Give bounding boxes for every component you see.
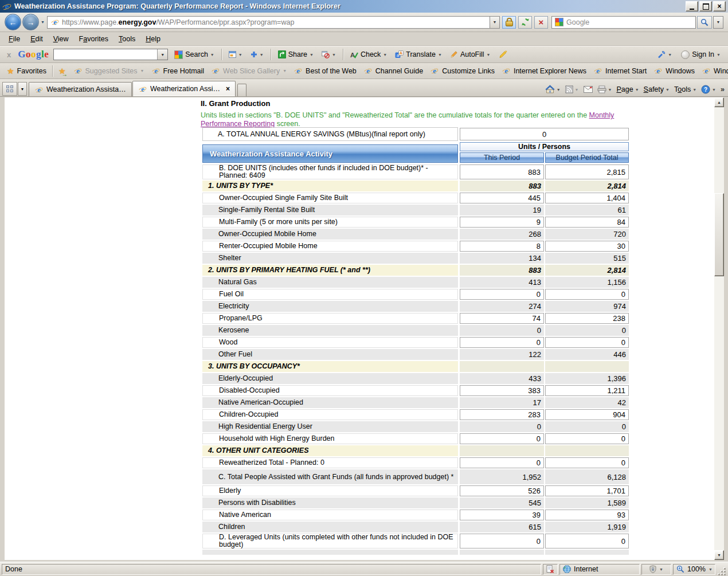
menu-help[interactable]: Help (140, 33, 166, 45)
quick-tabs-button[interactable] (2, 82, 17, 96)
value-budget-period-total[interactable]: 1,701 (545, 485, 629, 496)
resize-grip[interactable] (717, 567, 726, 576)
value-this-period: 883 (460, 265, 544, 276)
value-this-period[interactable]: 9 (460, 217, 544, 228)
popup-blocker-button[interactable]: ▼ (319, 49, 339, 60)
security-lock-button[interactable] (502, 16, 516, 29)
home-button[interactable]: ▼ (545, 85, 561, 94)
menu-view[interactable]: View (48, 33, 74, 45)
tab-list-dropdown[interactable]: ▼ (18, 82, 27, 96)
table-row: Electricity274974 (202, 301, 629, 312)
value-budget-period-total[interactable]: 238 (545, 313, 629, 324)
favorites-link[interactable]: eSuggested Sites▼ (70, 65, 148, 77)
value-budget-period-total[interactable]: 2,815 (545, 164, 629, 179)
back-button[interactable]: ← (5, 14, 21, 30)
value-budget-period-total[interactable]: 1,404 (545, 193, 629, 203)
value-this-period[interactable]: 0 (460, 337, 544, 348)
close-tab-icon[interactable]: × (226, 85, 230, 93)
tab-inactive[interactable]: eWeatherization Assistance P... (29, 82, 132, 96)
favorites-link[interactable]: eChannel Guide (360, 65, 426, 77)
search-go-button[interactable] (697, 16, 712, 29)
url-field[interactable]: e https://www.page.energy.gov/WAP/Perfor… (47, 16, 490, 29)
close-button[interactable]: × (713, 1, 726, 11)
print-button[interactable]: ▼ (597, 85, 612, 93)
refresh-button[interactable] (518, 16, 532, 29)
vertical-scrollbar[interactable]: ▲ ▼ (714, 97, 724, 560)
add-button[interactable]: ▼ (248, 49, 267, 60)
tab-active[interactable]: eWeatherization Assistanc...× (132, 81, 236, 96)
favorites-link[interactable]: eInternet Explorer News (498, 65, 590, 77)
zoom-control[interactable]: 100% ▼ (673, 564, 715, 575)
table-row: Multi-Family (5 or more units per site)9… (202, 217, 629, 228)
sign-in-button[interactable]: Sign In ▼ (678, 49, 723, 61)
read-mail-button[interactable] (584, 86, 593, 93)
value-budget-period-total[interactable]: 904 (545, 409, 629, 420)
maximize-button[interactable] (699, 1, 712, 11)
value-this-period[interactable]: 0 (460, 457, 544, 468)
feeds-button[interactable]: ▼ (565, 85, 579, 93)
value-budget-period-total[interactable]: 0 (545, 433, 629, 444)
help-button[interactable]: ? ▼ (701, 85, 716, 94)
stop-button[interactable]: × (534, 16, 548, 29)
favorites-link[interactable]: eFree Hotmail (148, 65, 208, 77)
favorites-button[interactable]: ★ Favorites (3, 65, 50, 77)
check-button[interactable]: A Check ▼ (347, 49, 390, 60)
translate-button[interactable]: aA Translate ▼ (392, 49, 445, 60)
value-budget-period-total[interactable]: 0 (545, 289, 629, 300)
page-menu[interactable]: Page ▼ (616, 85, 639, 93)
value-this-period[interactable]: 8 (460, 241, 544, 252)
value-this-period[interactable]: 0 (460, 534, 544, 548)
value-budget-period-total[interactable]: 1,211 (545, 385, 629, 396)
favorites-link[interactable]: eCustomize Links (426, 65, 498, 77)
tools-menu[interactable]: Tools ▼ (674, 85, 696, 93)
toolbar-overflow-icon[interactable]: » (721, 85, 725, 93)
search-box[interactable]: Google (551, 16, 696, 29)
search-options-dropdown[interactable]: ▼ (713, 16, 723, 29)
protected-mode-button[interactable]: ▼ (641, 564, 671, 575)
value-this-period[interactable]: 526 (460, 485, 544, 496)
scroll-up-button[interactable]: ▲ (714, 97, 724, 107)
value-this-period[interactable]: 283 (460, 409, 544, 420)
favorites-link[interactable]: eBest of the Web (290, 65, 360, 77)
minimize-button[interactable] (686, 1, 698, 11)
value-budget-period-total[interactable]: 0 (545, 534, 629, 548)
value-budget-period-total[interactable]: 0 (545, 457, 629, 468)
menu-tools[interactable]: Tools (113, 33, 140, 45)
value-this-period[interactable]: 0 (460, 289, 544, 300)
scroll-down-button[interactable]: ▼ (714, 550, 724, 560)
toolbar-close-icon[interactable]: x (5, 50, 13, 59)
share-button[interactable]: Share ▼ (275, 49, 316, 60)
value-this-period[interactable]: 445 (460, 193, 544, 203)
menu-edit[interactable]: Edit (25, 33, 48, 45)
value-this-period[interactable]: 39 (460, 510, 544, 520)
bookmarks-button[interactable]: ▼ (226, 49, 245, 60)
add-to-favorites-button[interactable]: ★ (55, 65, 69, 77)
toolbar-settings-button[interactable]: ▼ (655, 49, 675, 60)
url-dropdown-button[interactable]: ▼ (490, 16, 500, 29)
autofill-button[interactable]: AutoFill ▼ (447, 49, 494, 60)
favorites-link[interactable]: eWindows Media (698, 65, 728, 77)
scrollbar-thumb[interactable] (714, 193, 724, 276)
value-this-period[interactable]: 0 (460, 433, 544, 444)
menu-favorites[interactable]: Favorites (74, 33, 113, 45)
recent-pages-dropdown-icon[interactable]: ▼ (41, 20, 45, 24)
favorites-link[interactable]: eInternet Start (590, 65, 650, 77)
google-search-button[interactable]: Search ▼ (171, 49, 217, 61)
value-this-period[interactable]: 883 (460, 164, 544, 179)
value-this-period[interactable]: 74 (460, 313, 544, 324)
google-search-input[interactable]: ▼ (53, 49, 168, 60)
value-budget-period-total[interactable]: 93 (545, 510, 629, 520)
highlighter-button[interactable] (496, 49, 511, 60)
value-this-period[interactable]: 383 (460, 385, 544, 396)
favorites-link[interactable]: eWindows (650, 65, 698, 77)
forward-button[interactable]: → (22, 14, 39, 30)
google-search-dropdown-icon[interactable]: ▼ (157, 49, 167, 60)
menu-file[interactable]: File (3, 33, 25, 45)
value-budget-period-total[interactable]: 84 (545, 217, 629, 228)
value-budget-period-total[interactable]: 30 (545, 241, 629, 252)
energy-savings-input[interactable]: 0 (460, 128, 629, 140)
new-tab-stub[interactable] (237, 84, 246, 96)
safety-menu[interactable]: Safety ▼ (644, 85, 670, 93)
value-budget-period-total[interactable]: 0 (545, 337, 629, 348)
favorites-link[interactable]: eWeb Slice Gallery▼ (208, 65, 290, 77)
